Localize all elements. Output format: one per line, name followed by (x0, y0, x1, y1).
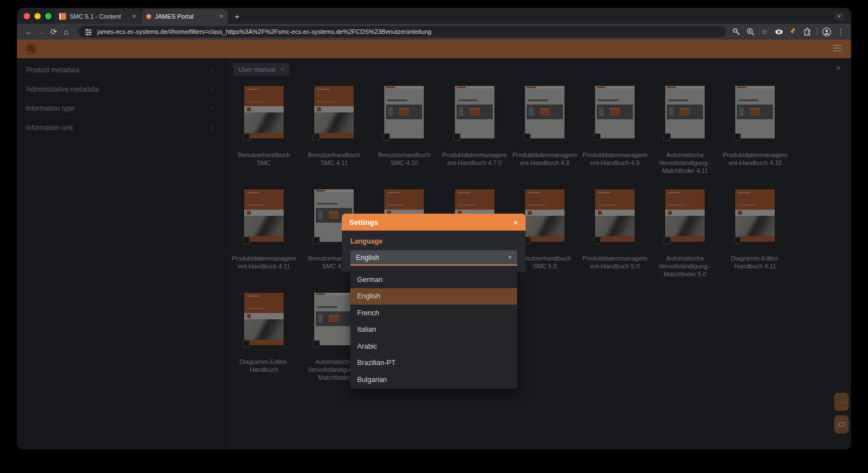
smc-favicon (59, 13, 66, 20)
dialog-close-icon[interactable]: × (513, 218, 518, 227)
eye-extension-icon[interactable] (774, 27, 783, 36)
james-favicon (146, 14, 151, 19)
language-dropdown: GermanEnglishFrenchItalianArabicBrazilia… (350, 271, 517, 389)
extensions-puzzle-icon[interactable] (802, 27, 811, 36)
language-option-english[interactable]: English (350, 288, 517, 305)
tab-search-chevron-icon[interactable]: ˅ (834, 12, 844, 21)
minimize-window-button[interactable] (34, 13, 41, 19)
settings-dialog: Settings × Language English ▾ GermanEngl… (342, 214, 526, 272)
home-button[interactable]: ⌂ (60, 24, 72, 40)
tab-title: SMC 5.1 - Content (70, 13, 129, 20)
language-option-bulgarian[interactable]: Bulgarian (350, 371, 517, 388)
zoom-window-button[interactable] (45, 13, 51, 19)
tab-close-icon[interactable]: × (132, 12, 136, 20)
password-key-icon[interactable] (732, 27, 741, 36)
language-option-arabic[interactable]: Arabic (350, 338, 517, 355)
browser-toolbar: ← → ⟳ ⌂ james-ecs.ec-systems.de/#home/fi… (17, 24, 851, 40)
tab-strip: SMC 5.1 - Content × JAMES Portal × + ˅ (17, 8, 851, 24)
browser-menu-kebab-icon[interactable]: ⋮ (836, 27, 845, 36)
tab-title: JAMES Portal (155, 13, 216, 20)
site-settings-icon[interactable] (84, 27, 93, 36)
dialog-header: Settings × (342, 214, 526, 231)
dialog-title: Settings (349, 218, 378, 227)
forward-button[interactable]: → (35, 24, 47, 40)
bookmark-star-icon[interactable]: ☆ (760, 27, 769, 36)
tab-james-portal[interactable]: JAMES Portal × (142, 9, 228, 24)
language-option-brazilian-pt[interactable]: Brazilian-PT (350, 355, 517, 372)
new-tab-button[interactable]: + (235, 11, 240, 21)
zoom-icon[interactable] (746, 27, 755, 36)
close-window-button[interactable] (24, 13, 30, 19)
url-text: james-ecs.ec-systems.de/#home/filters=cl… (97, 28, 431, 35)
language-label: Language (350, 237, 517, 245)
pen-extension-icon[interactable] (788, 27, 797, 36)
language-option-german[interactable]: German (350, 271, 517, 288)
toolbar-separator (817, 28, 817, 36)
chevron-down-icon: ▾ (508, 254, 511, 261)
language-option-french[interactable]: French (350, 305, 517, 322)
tab-close-icon[interactable]: × (219, 12, 223, 20)
page-viewport: Product metadata › Administrative metada… (17, 40, 851, 449)
profile-avatar-icon[interactable] (822, 27, 831, 36)
language-select-value: English (356, 254, 379, 262)
window-controls (24, 8, 51, 24)
tab-smc-content[interactable]: SMC 5.1 - Content × (55, 9, 141, 24)
back-button[interactable]: ← (23, 24, 35, 40)
language-select[interactable]: English ▾ (350, 250, 517, 266)
browser-window: SMC 5.1 - Content × JAMES Portal × + ˅ ←… (17, 8, 851, 449)
reload-button[interactable]: ⟳ (47, 24, 60, 40)
language-option-italian[interactable]: Italian (350, 322, 517, 339)
toolbar-actions: ☆ ⋮ (732, 27, 845, 36)
address-bar[interactable]: james-ecs.ec-systems.de/#home/filters=cl… (78, 26, 726, 37)
dialog-body: Language English ▾ (342, 231, 526, 272)
